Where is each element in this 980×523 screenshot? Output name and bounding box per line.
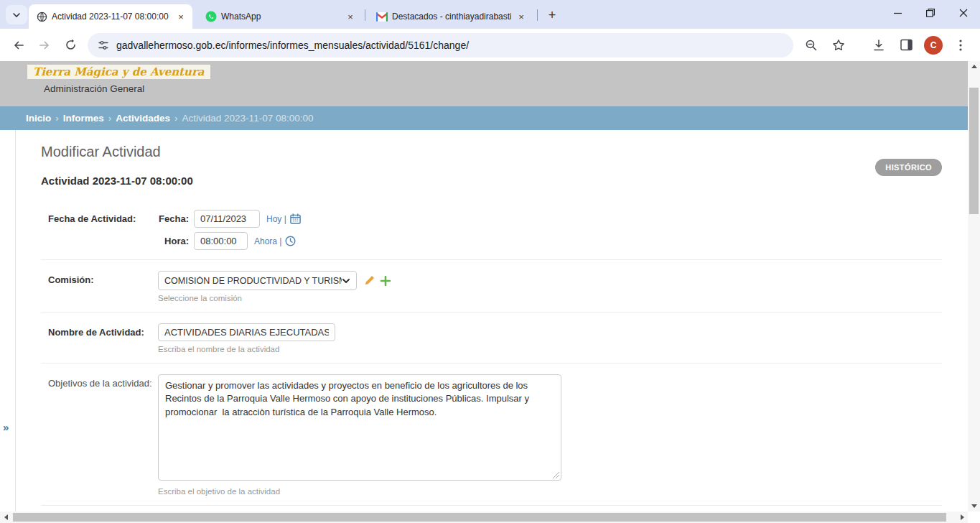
fecha-label: Fecha: [158, 213, 189, 224]
horizontal-scrollbar[interactable] [0, 512, 968, 523]
horizontal-scroll-thumb[interactable] [13, 513, 946, 522]
objetivos-textarea[interactable]: Gestionar y promover las actividades y p… [158, 374, 561, 481]
calendar-icon[interactable] [290, 213, 301, 224]
breadcrumb-separator: › [108, 113, 112, 124]
row-objetivos: Objetivos de la actividad: Gestionar y p… [41, 364, 942, 506]
tab-title: WhatsApp [221, 11, 340, 22]
comision-selected-value: COMISIÓN DE PRODUCTIVIDAD Y TURISMO(P) [164, 276, 342, 286]
tab-separator [365, 9, 365, 21]
scroll-left-icon[interactable] [0, 512, 11, 523]
fecha-input[interactable] [194, 210, 260, 228]
toolbar-actions: C [798, 34, 974, 57]
site-subtitle: Administración General [44, 83, 968, 94]
row-fecha-actividad: Fecha de Actividad: Fecha: Hoy | Hora: [41, 199, 942, 260]
nombre-actividad-label: Nombre de Actividad: [48, 323, 158, 353]
hora-label: Hora: [158, 236, 189, 246]
scroll-down-icon[interactable] [968, 501, 980, 512]
window-controls [881, 0, 980, 26]
edit-pencil-icon[interactable] [364, 275, 375, 286]
row-metas: Metas/Alcances: Lograr cumplir con todo … [41, 506, 942, 512]
new-tab-button[interactable]: + [543, 6, 561, 24]
scroll-right-icon[interactable] [956, 512, 968, 523]
whatsapp-icon [205, 11, 217, 22]
forward-icon[interactable] [33, 34, 56, 57]
add-plus-icon[interactable] [381, 276, 391, 286]
content-area: » HISTÓRICO Modificar Actividad Activida… [0, 130, 968, 512]
breadcrumb-separator: › [174, 113, 178, 124]
globe-icon [36, 11, 47, 22]
url-text[interactable]: gadvallehermoso.gob.ec/informes/informes… [116, 40, 469, 51]
vertical-scrollbar[interactable] [968, 61, 980, 512]
breadcrumb-inicio[interactable]: Inicio [26, 113, 51, 124]
nombre-actividad-help: Escriba el nombre de la actividad [158, 345, 942, 353]
comision-help: Seleccione la comisión [158, 294, 942, 302]
objetivos-label: Objetivos de la actividad: [48, 374, 158, 496]
breadcrumb-informes[interactable]: Informes [63, 113, 104, 124]
row-nombre-actividad: Nombre de Actividad: Escriba el nombre d… [41, 313, 942, 364]
sidebar-divider [15, 130, 16, 512]
menu-dots-icon[interactable] [949, 34, 972, 57]
comision-select[interactable]: COMISIÓN DE PRODUCTIVIDAD Y TURISMO(P) [158, 271, 357, 290]
tab-separator [537, 9, 538, 21]
tab-close-icon[interactable]: × [175, 11, 187, 22]
chevron-down-icon [12, 11, 21, 19]
zoom-out-icon[interactable] [800, 34, 823, 57]
tab-close-icon[interactable]: × [515, 11, 527, 22]
gmail-icon [376, 11, 388, 22]
site-brand: Tierra Mágica y de Aventura [27, 65, 210, 79]
activity-form: Fecha de Actividad: Fecha: Hoy | Hora: [41, 199, 942, 512]
select-chevron-icon [342, 277, 350, 285]
comision-label: Comisión: [48, 271, 158, 302]
historico-button[interactable]: HISTÓRICO [875, 159, 942, 176]
profile-avatar[interactable]: C [924, 36, 943, 55]
breadcrumb-current: Actividad 2023-11-07 08:00:00 [182, 113, 314, 124]
browser-toolbar: gadvallehermoso.gob.ec/informes/informes… [0, 29, 980, 61]
site-info-icon[interactable] [98, 40, 109, 51]
fecha-actividad-label: Fecha de Actividad: [48, 210, 158, 250]
side-panel-icon[interactable] [895, 34, 918, 57]
back-icon[interactable] [7, 34, 30, 57]
scroll-up-icon[interactable] [968, 61, 980, 72]
breadcrumb-actividades[interactable]: Actividades [116, 113, 170, 124]
web-page: Tierra Mágica y de Aventura Administraci… [0, 61, 968, 512]
nombre-actividad-input[interactable] [158, 323, 335, 341]
tab-actividad[interactable]: Actividad 2023-11-07 08:00:00 | × [29, 4, 192, 29]
object-title: Actividad 2023-11-07 08:00:00 [41, 175, 942, 187]
ahora-link[interactable]: Ahora | [254, 236, 281, 246]
tab-search-button[interactable] [6, 5, 27, 24]
sidebar-toggle[interactable]: » [3, 421, 9, 433]
hora-input[interactable] [194, 232, 248, 250]
tab-whatsapp[interactable]: WhatsApp × [198, 4, 362, 29]
site-header: Tierra Mágica y de Aventura Administraci… [0, 61, 968, 106]
address-bar[interactable]: gadvallehermoso.gob.ec/informes/informes… [88, 33, 793, 57]
bookmark-star-icon[interactable] [827, 34, 850, 57]
tab-title: Destacados - cinthiayadirabasti [392, 11, 511, 22]
window-restore-icon[interactable] [914, 0, 947, 26]
hoy-link[interactable]: Hoy | [266, 214, 286, 224]
objetivos-help: Escriba el objetivo de la actividad [158, 487, 942, 496]
tab-close-icon[interactable]: × [345, 11, 356, 22]
vertical-scroll-thumb[interactable] [969, 88, 979, 214]
reload-icon[interactable] [59, 34, 82, 57]
download-icon[interactable] [867, 34, 890, 57]
page-title: Modificar Actividad [41, 144, 942, 160]
row-comision: Comisión: COMISIÓN DE PRODUCTIVIDAD Y TU… [41, 260, 942, 313]
tab-gmail[interactable]: Destacados - cinthiayadirabasti × [369, 4, 533, 29]
window-close-icon[interactable] [947, 0, 980, 26]
clock-icon[interactable] [285, 236, 296, 246]
breadcrumb-separator: › [55, 113, 59, 124]
window-minimize-icon[interactable] [881, 0, 914, 26]
browser-tab-strip: Actividad 2023-11-07 08:00:00 | × WhatsA… [0, 0, 980, 29]
breadcrumb: Inicio › Informes › Actividades › Activi… [0, 106, 968, 130]
tab-title: Actividad 2023-11-07 08:00:00 | [52, 11, 171, 22]
